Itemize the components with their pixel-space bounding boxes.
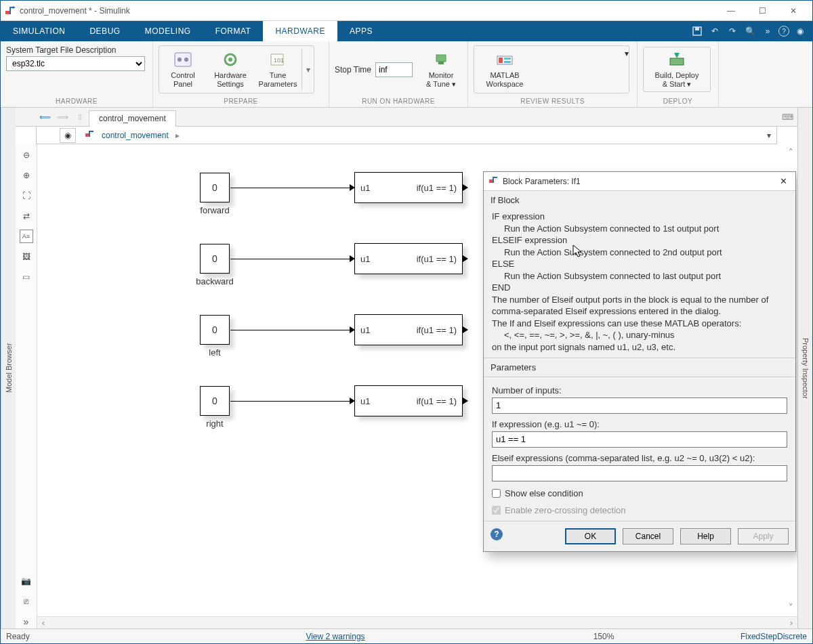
num-inputs-label: Number of inputs:	[492, 385, 787, 395]
tune-parameters-button[interactable]: 101TuneParameters	[254, 49, 301, 90]
help-button[interactable]: Help	[680, 528, 731, 544]
constant-block-right[interactable]: 0	[200, 386, 230, 416]
if-block-left[interactable]: u1if(u1 == 1)	[354, 314, 463, 345]
stop-time-label: Stop Time	[335, 65, 371, 74]
tab-apps[interactable]: APPS	[337, 21, 385, 41]
model-icon	[85, 130, 95, 140]
model-browser-panel[interactable]: Model Browser	[1, 108, 16, 628]
control-panel-button[interactable]: ControlPanel	[159, 49, 207, 90]
nav-up-button[interactable]: ⇧	[71, 108, 89, 126]
target-icon[interactable]: ◉	[793, 24, 807, 38]
scroll-left-icon[interactable]: ‹	[37, 618, 49, 628]
monitor-tune-button[interactable]: Monitor& Tune ▾	[422, 49, 460, 90]
stop-time-input[interactable]	[375, 62, 413, 77]
search-icon[interactable]: 🔍	[743, 24, 757, 38]
show-else-checkbox[interactable]	[492, 489, 501, 498]
dialog-title: Block Parameters: If1	[503, 177, 776, 186]
model-canvas[interactable]: ˄ ˅ 0 forward u1if(u1 == 1) 0 backward u…	[37, 144, 797, 628]
warnings-link[interactable]: View 2 warnings	[306, 632, 364, 641]
maximize-button[interactable]: ☐	[747, 1, 777, 20]
system-target-label: System Target File Description	[6, 45, 147, 55]
block-icon[interactable]: ▭	[20, 270, 33, 284]
record-icon[interactable]: ⎚	[20, 595, 33, 608]
scroll-up-icon[interactable]: ˄	[789, 147, 793, 157]
svg-point-6	[184, 58, 188, 62]
undo-icon[interactable]: ↶	[708, 24, 722, 38]
simulink-logo-icon	[489, 176, 499, 186]
camera-icon[interactable]: 📷	[20, 574, 33, 588]
constant-block-left[interactable]: 0	[200, 315, 230, 345]
nav-forward-button[interactable]: ⟹	[54, 108, 71, 126]
tab-debug[interactable]: DEBUG	[77, 21, 132, 41]
image-icon[interactable]: 🖼	[20, 250, 33, 263]
build-deploy-start-button[interactable]: Build, Deploy& Start ▾	[643, 47, 711, 92]
svg-rect-4	[175, 53, 191, 66]
apply-button[interactable]: Apply	[738, 528, 789, 544]
svg-rect-15	[504, 58, 511, 60]
dialog-description: IF expression Run the Action Subsystem c…	[484, 209, 795, 358]
dialog-close-button[interactable]: ✕	[776, 175, 790, 188]
chevron-right-icon[interactable]: ▸	[175, 131, 180, 140]
fit-view-icon[interactable]: ⛶	[20, 189, 33, 202]
overflow-icon[interactable]: »	[761, 24, 774, 38]
svg-point-5	[178, 58, 182, 62]
block-label: forward	[188, 205, 242, 215]
minimize-button[interactable]: —	[716, 1, 746, 20]
zero-crossing-checkbox	[492, 506, 501, 515]
scroll-right-icon[interactable]: ›	[785, 618, 797, 628]
svg-rect-17	[670, 58, 684, 65]
tab-format[interactable]: FORMAT	[203, 21, 264, 41]
annotation-icon[interactable]: A≡	[20, 230, 33, 243]
svg-rect-19	[85, 133, 89, 137]
breadcrumb-toggle-icon[interactable]: ◉	[60, 128, 76, 143]
tab-modeling[interactable]: MODELING	[133, 21, 203, 41]
keyboard-icon[interactable]: ⌨	[777, 108, 797, 126]
close-button[interactable]: ✕	[778, 1, 808, 20]
hide-toolbar-icon[interactable]: ⊖	[20, 148, 33, 162]
if-block-right[interactable]: u1if(u1 == 1)	[354, 385, 463, 416]
tab-hardware[interactable]: HARDWARE	[263, 21, 337, 41]
block-parameters-dialog: Block Parameters: If1 ✕ If Block IF expr…	[483, 171, 796, 552]
num-inputs-input[interactable]	[492, 398, 787, 414]
svg-rect-14	[499, 58, 503, 63]
ok-button[interactable]: OK	[565, 528, 616, 544]
constant-block-backward[interactable]: 0	[200, 244, 230, 274]
matlab-workspace-button[interactable]: MATLABWorkspace	[474, 49, 535, 90]
zoom-fit-icon[interactable]: ⊕	[20, 169, 33, 182]
prepare-dropdown[interactable]: ▾	[301, 49, 314, 90]
simulink-logo-icon	[5, 5, 16, 16]
solver-info[interactable]: FixedStepDiscrete	[699, 632, 807, 641]
nav-back-button[interactable]: ⟸	[36, 108, 54, 126]
toggle-perspective-icon[interactable]: ⇄	[20, 209, 33, 223]
elseif-expression-input[interactable]	[492, 465, 787, 481]
block-label: backward	[188, 276, 242, 286]
help-icon[interactable]: ?	[778, 26, 789, 37]
system-target-select[interactable]: esp32.tlc	[6, 56, 145, 71]
redo-icon[interactable]: ↷	[726, 24, 739, 38]
svg-text:101: 101	[274, 57, 284, 64]
save-icon[interactable]	[690, 24, 704, 38]
if-block-forward[interactable]: u1if(u1 == 1)	[354, 172, 463, 203]
cancel-button[interactable]: Cancel	[623, 528, 673, 544]
if-block-backward[interactable]: u1if(u1 == 1)	[354, 243, 463, 274]
svg-rect-20	[489, 179, 493, 183]
tab-simulation[interactable]: SIMULATION	[1, 21, 77, 41]
info-icon[interactable]: ?	[491, 528, 503, 540]
zoom-level[interactable]: 150%	[529, 632, 678, 641]
document-tab[interactable]: control_movement	[89, 110, 176, 127]
elseif-expression-label: Elseif expressions (comma-separated list…	[492, 453, 787, 463]
svg-point-8	[228, 58, 232, 62]
review-dropdown[interactable]: ▾	[625, 49, 629, 90]
hardware-settings-button[interactable]: HardwareSettings	[207, 49, 254, 90]
svg-marker-18	[674, 53, 680, 58]
canvas-toolbar: ⊖ ⊕ ⛶ ⇄ A≡ 🖼 ▭ 📷 ⎚ »	[16, 144, 37, 628]
expand-icon[interactable]: »	[20, 615, 33, 628]
scroll-down-icon[interactable]: ˅	[789, 602, 793, 612]
breadcrumb-path[interactable]: control_movement	[98, 131, 173, 140]
property-inspector-panel[interactable]: Property Inspector	[797, 108, 812, 628]
breadcrumb-dropdown[interactable]: ▾	[762, 131, 776, 140]
if-expression-input[interactable]	[492, 431, 787, 448]
window-title: control_movement * - Simulink	[20, 6, 716, 16]
constant-block-forward[interactable]: 0	[200, 173, 230, 202]
menubar: SIMULATION DEBUG MODELING FORMAT HARDWAR…	[1, 21, 812, 41]
